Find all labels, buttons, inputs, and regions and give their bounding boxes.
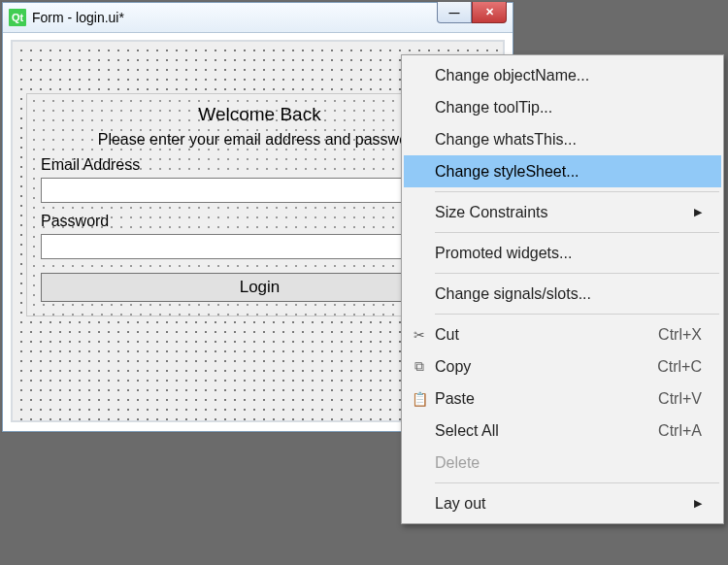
menu-item-shortcut: Ctrl+A [658,422,702,440]
menu-item-label: Change toolTip... [435,99,702,116]
menu-item-shortcut: Ctrl+V [658,390,702,408]
menu-item[interactable]: ✂CutCtrl+X [404,318,721,350]
menu-item: Delete [404,447,721,479]
menu-item-label: Change signals/slots... [435,285,702,303]
menu-separator [435,191,719,192]
menu-item-label: Delete [435,454,702,472]
desktop: Qt Form - login.ui* — ✕ Welcome Back Ple… [0,0,728,565]
menu-item-label: Cut [435,326,658,344]
menu-item[interactable]: Change objectName... [404,59,721,91]
paste-icon: 📋 [404,391,435,407]
close-button[interactable]: ✕ [472,2,507,23]
menu-item-label: Paste [435,390,658,408]
minimize-button[interactable]: — [437,2,472,23]
copy-icon: ⧉ [404,358,435,375]
menu-item-shortcut: Ctrl+X [658,326,702,344]
menu-item-label: Lay out [435,495,694,513]
menu-item-label: Change objectName... [435,67,702,84]
menu-item-label: Promoted widgets... [435,245,702,262]
menu-item[interactable]: Size Constraints▶ [404,196,721,228]
qt-logo-icon: Qt [9,9,26,26]
menu-item-shortcut: Ctrl+C [657,358,702,376]
window-title: Form - login.ui* [32,10,437,25]
window-buttons: — ✕ [437,3,513,32]
menu-separator [435,314,719,315]
menu-item[interactable]: ⧉CopyCtrl+C [404,350,721,382]
menu-item-label: Select All [435,422,658,440]
menu-item[interactable]: 📋PasteCtrl+V [404,382,721,415]
titlebar[interactable]: Qt Form - login.ui* — ✕ [3,3,513,33]
menu-item[interactable]: Change styleSheet... [404,155,721,187]
menu-separator [435,232,719,233]
submenu-arrow-icon: ▶ [694,497,702,510]
context-menu: Change objectName...Change toolTip...Cha… [401,54,724,524]
menu-item-label: Change whatsThis... [435,131,702,149]
menu-separator [435,273,719,274]
menu-item-label: Size Constraints [435,204,694,221]
menu-item-label: Change styleSheet... [435,163,702,181]
cut-icon: ✂ [404,327,435,343]
submenu-arrow-icon: ▶ [694,206,702,218]
menu-item[interactable]: Change toolTip... [404,91,721,123]
menu-item[interactable]: Promoted widgets... [404,237,721,269]
menu-item-label: Copy [435,358,657,376]
menu-separator [435,482,719,483]
menu-item[interactable]: Change whatsThis... [404,123,721,155]
menu-item[interactable]: Lay out▶ [404,487,721,519]
menu-item[interactable]: Select AllCtrl+A [404,415,721,447]
menu-item[interactable]: Change signals/slots... [404,278,721,310]
